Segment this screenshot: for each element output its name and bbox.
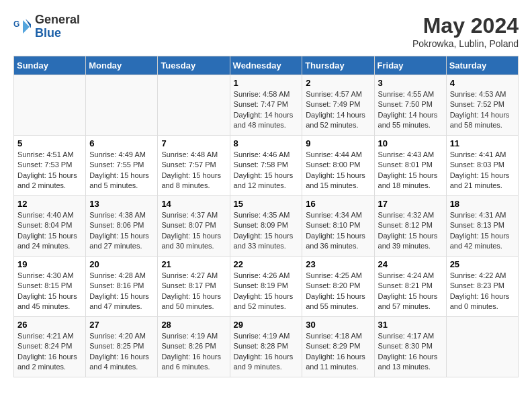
day-number: 9 <box>306 138 370 148</box>
calendar-cell: 16Sunrise: 4:34 AM Sunset: 8:10 PM Dayli… <box>302 196 374 257</box>
day-number: 19 <box>17 259 82 269</box>
calendar-week-row: 5Sunrise: 4:51 AM Sunset: 7:53 PM Daylig… <box>14 136 519 196</box>
day-info: Sunrise: 4:51 AM Sunset: 7:53 PM Dayligh… <box>17 150 82 191</box>
col-header-friday: Friday <box>374 56 446 75</box>
day-info: Sunrise: 4:43 AM Sunset: 8:01 PM Dayligh… <box>378 150 443 191</box>
day-number: 6 <box>89 138 154 148</box>
calendar-cell <box>446 317 518 377</box>
calendar-cell: 12Sunrise: 4:40 AM Sunset: 8:04 PM Dayli… <box>14 196 86 257</box>
day-info: Sunrise: 4:55 AM Sunset: 7:50 PM Dayligh… <box>378 89 443 131</box>
day-number: 15 <box>234 199 299 209</box>
calendar-cell: 10Sunrise: 4:43 AM Sunset: 8:01 PM Dayli… <box>374 136 446 196</box>
day-number: 24 <box>378 259 443 269</box>
day-number: 23 <box>306 259 370 269</box>
calendar-week-row: 12Sunrise: 4:40 AM Sunset: 8:04 PM Dayli… <box>14 196 519 257</box>
day-number: 27 <box>89 320 154 330</box>
col-header-saturday: Saturday <box>446 56 518 75</box>
logo-text: General Blue <box>35 13 80 40</box>
logo-blue: Blue <box>35 26 61 40</box>
day-info: Sunrise: 4:41 AM Sunset: 8:03 PM Dayligh… <box>450 150 515 191</box>
day-number: 29 <box>234 320 299 330</box>
day-number: 30 <box>306 320 370 330</box>
day-info: Sunrise: 4:27 AM Sunset: 8:17 PM Dayligh… <box>161 271 226 312</box>
calendar-cell: 27Sunrise: 4:20 AM Sunset: 8:25 PM Dayli… <box>86 317 158 377</box>
day-number: 20 <box>89 259 154 269</box>
day-info: Sunrise: 4:46 AM Sunset: 7:58 PM Dayligh… <box>234 150 299 191</box>
calendar-cell: 2Sunrise: 4:57 AM Sunset: 7:49 PM Daylig… <box>302 75 374 136</box>
day-number: 11 <box>450 138 515 148</box>
day-info: Sunrise: 4:20 AM Sunset: 8:25 PM Dayligh… <box>89 331 154 373</box>
calendar-cell: 20Sunrise: 4:28 AM Sunset: 8:16 PM Dayli… <box>86 257 158 317</box>
day-number: 17 <box>378 199 443 209</box>
col-header-sunday: Sunday <box>14 56 86 75</box>
calendar-table: SundayMondayTuesdayWednesdayThursdayFrid… <box>13 56 519 377</box>
day-number: 14 <box>161 199 226 209</box>
logo: G General Blue <box>13 13 80 40</box>
day-info: Sunrise: 4:25 AM Sunset: 8:20 PM Dayligh… <box>306 271 370 312</box>
calendar-cell: 11Sunrise: 4:41 AM Sunset: 8:03 PM Dayli… <box>446 136 518 196</box>
calendar-cell: 26Sunrise: 4:21 AM Sunset: 8:24 PM Dayli… <box>14 317 86 377</box>
day-info: Sunrise: 4:22 AM Sunset: 8:23 PM Dayligh… <box>450 271 515 312</box>
day-info: Sunrise: 4:30 AM Sunset: 8:15 PM Dayligh… <box>17 271 82 312</box>
calendar-cell: 5Sunrise: 4:51 AM Sunset: 7:53 PM Daylig… <box>14 136 86 196</box>
calendar-cell: 14Sunrise: 4:37 AM Sunset: 8:07 PM Dayli… <box>158 196 230 257</box>
day-info: Sunrise: 4:32 AM Sunset: 8:12 PM Dayligh… <box>378 210 443 252</box>
page-header: G General Blue May 2024 Pokrowka, Lublin… <box>13 13 519 49</box>
day-info: Sunrise: 4:18 AM Sunset: 8:29 PM Dayligh… <box>306 331 370 373</box>
day-info: Sunrise: 4:34 AM Sunset: 8:10 PM Dayligh… <box>306 210 370 252</box>
calendar-cell: 29Sunrise: 4:19 AM Sunset: 8:28 PM Dayli… <box>230 317 302 377</box>
day-number: 22 <box>234 259 299 269</box>
calendar-cell: 22Sunrise: 4:26 AM Sunset: 8:19 PM Dayli… <box>230 257 302 317</box>
day-info: Sunrise: 4:19 AM Sunset: 8:28 PM Dayligh… <box>234 331 299 373</box>
calendar-cell <box>86 75 158 136</box>
calendar-cell: 17Sunrise: 4:32 AM Sunset: 8:12 PM Dayli… <box>374 196 446 257</box>
calendar-week-row: 1Sunrise: 4:58 AM Sunset: 7:47 PM Daylig… <box>14 75 519 136</box>
logo-general: General <box>35 13 80 26</box>
col-header-thursday: Thursday <box>302 56 374 75</box>
day-number: 2 <box>306 78 370 88</box>
day-number: 5 <box>17 138 82 148</box>
day-number: 16 <box>306 199 370 209</box>
day-info: Sunrise: 4:57 AM Sunset: 7:49 PM Dayligh… <box>306 89 370 131</box>
calendar-cell: 15Sunrise: 4:35 AM Sunset: 8:09 PM Dayli… <box>230 196 302 257</box>
day-info: Sunrise: 4:24 AM Sunset: 8:21 PM Dayligh… <box>378 271 443 312</box>
day-number: 3 <box>378 78 443 88</box>
calendar-cell: 23Sunrise: 4:25 AM Sunset: 8:20 PM Dayli… <box>302 257 374 317</box>
day-info: Sunrise: 4:40 AM Sunset: 8:04 PM Dayligh… <box>17 210 82 252</box>
day-number: 10 <box>378 138 443 148</box>
col-header-wednesday: Wednesday <box>230 56 302 75</box>
calendar-cell: 31Sunrise: 4:17 AM Sunset: 8:30 PM Dayli… <box>374 317 446 377</box>
svg-text:G: G <box>13 19 19 29</box>
calendar-cell: 24Sunrise: 4:24 AM Sunset: 8:21 PM Dayli… <box>374 257 446 317</box>
calendar-cell <box>14 75 86 136</box>
calendar-cell: 6Sunrise: 4:49 AM Sunset: 7:55 PM Daylig… <box>86 136 158 196</box>
day-number: 25 <box>450 259 515 269</box>
day-number: 13 <box>89 199 154 209</box>
day-number: 28 <box>161 320 226 330</box>
day-info: Sunrise: 4:44 AM Sunset: 8:00 PM Dayligh… <box>306 150 370 191</box>
day-number: 18 <box>450 199 515 209</box>
day-info: Sunrise: 4:26 AM Sunset: 8:19 PM Dayligh… <box>234 271 299 312</box>
col-header-tuesday: Tuesday <box>158 56 230 75</box>
day-number: 31 <box>378 320 443 330</box>
day-info: Sunrise: 4:28 AM Sunset: 8:16 PM Dayligh… <box>89 271 154 312</box>
day-info: Sunrise: 4:31 AM Sunset: 8:13 PM Dayligh… <box>450 210 515 252</box>
calendar-cell: 18Sunrise: 4:31 AM Sunset: 8:13 PM Dayli… <box>446 196 518 257</box>
day-number: 8 <box>234 138 299 148</box>
month-title: May 2024 <box>412 13 519 38</box>
calendar-cell: 21Sunrise: 4:27 AM Sunset: 8:17 PM Dayli… <box>158 257 230 317</box>
calendar-cell: 1Sunrise: 4:58 AM Sunset: 7:47 PM Daylig… <box>230 75 302 136</box>
day-number: 7 <box>161 138 226 148</box>
day-info: Sunrise: 4:58 AM Sunset: 7:47 PM Dayligh… <box>234 89 299 131</box>
calendar-cell: 28Sunrise: 4:19 AM Sunset: 8:26 PM Dayli… <box>158 317 230 377</box>
day-info: Sunrise: 4:48 AM Sunset: 7:57 PM Dayligh… <box>161 150 226 191</box>
calendar-week-row: 26Sunrise: 4:21 AM Sunset: 8:24 PM Dayli… <box>14 317 519 377</box>
calendar-header-row: SundayMondayTuesdayWednesdayThursdayFrid… <box>14 56 519 75</box>
calendar-cell: 13Sunrise: 4:38 AM Sunset: 8:06 PM Dayli… <box>86 196 158 257</box>
calendar-cell <box>158 75 230 136</box>
day-number: 4 <box>450 78 515 88</box>
day-info: Sunrise: 4:21 AM Sunset: 8:24 PM Dayligh… <box>17 331 82 373</box>
calendar-cell: 8Sunrise: 4:46 AM Sunset: 7:58 PM Daylig… <box>230 136 302 196</box>
day-info: Sunrise: 4:49 AM Sunset: 7:55 PM Dayligh… <box>89 150 154 191</box>
calendar-week-row: 19Sunrise: 4:30 AM Sunset: 8:15 PM Dayli… <box>14 257 519 317</box>
